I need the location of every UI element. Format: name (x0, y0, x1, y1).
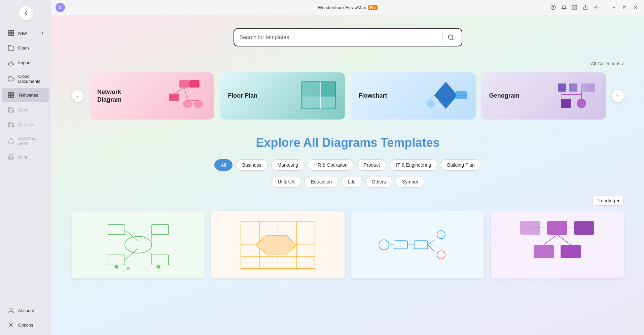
titlebar: U Wondershare EdrawMax Pro − ⊡ (51, 0, 644, 15)
svg-rect-32 (302, 82, 320, 97)
svg-rect-83 (534, 245, 554, 258)
filter-tabs-row1: All Business Marketing HR & Operation Pr… (72, 159, 624, 171)
filter-tab-marketing[interactable]: Marketing (271, 159, 305, 171)
svg-line-41 (431, 95, 434, 100)
svg-rect-42 (558, 83, 566, 92)
sort-select[interactable]: Trending ▾ (592, 196, 624, 206)
carousel-prev-button[interactable]: ‹ (72, 90, 84, 102)
filter-tab-hr[interactable]: HR & Operation (308, 159, 354, 171)
filter-tab-education[interactable]: Education (305, 176, 338, 188)
svg-point-51 (125, 236, 152, 253)
import-icon (7, 59, 15, 66)
apps-button[interactable] (570, 3, 579, 12)
svg-point-74 (437, 231, 445, 239)
svg-line-29 (184, 88, 187, 100)
svg-rect-3 (11, 33, 14, 36)
svg-line-79 (428, 245, 434, 252)
sidebar-item-import[interactable]: Import (2, 56, 49, 70)
svg-line-87 (544, 235, 557, 245)
sidebar-item-templates[interactable]: Templates (2, 88, 49, 102)
svg-rect-34 (302, 97, 335, 109)
filter-tab-others[interactable]: Others (365, 176, 392, 188)
svg-line-28 (174, 88, 184, 94)
sidebar-item-options[interactable]: Options (2, 318, 49, 332)
sidebar-item-open[interactable]: Open (2, 41, 49, 55)
sidebar-item-export[interactable]: Export & Send (2, 132, 49, 149)
sort-row: Trending ▾ (72, 196, 624, 206)
svg-point-20 (596, 7, 597, 8)
template-card-process[interactable] (351, 211, 484, 278)
svg-rect-1 (11, 31, 14, 33)
svg-point-75 (437, 251, 445, 259)
svg-rect-45 (587, 83, 595, 92)
template-card-business[interactable] (491, 211, 624, 278)
sidebar-item-export-label: Export & Send (18, 136, 44, 146)
sidebar-item-import-label: Import (18, 60, 31, 65)
sidebar-item-account[interactable]: Account (2, 303, 49, 317)
filter-tab-building[interactable]: Building Plan (441, 159, 481, 171)
sidebar-item-cloud-label: Cloud Documents (18, 74, 44, 84)
svg-rect-24 (189, 80, 200, 88)
template-carousel: ‹ NetworkDiagram (72, 72, 624, 120)
filter-tabs-row2: UI & UX Education Life Others Symbol (72, 176, 624, 188)
svg-point-71 (379, 240, 389, 250)
maximize-button[interactable]: ⊡ (620, 3, 629, 12)
search-input[interactable] (240, 34, 440, 40)
notification-button[interactable] (559, 3, 569, 12)
titlebar-controls: − ⊡ ✕ (548, 3, 640, 12)
sidebar-item-new[interactable]: New + (2, 26, 49, 40)
filter-tab-life[interactable]: Life (342, 176, 362, 188)
cloud-icon (7, 75, 15, 82)
search-button[interactable] (445, 32, 456, 43)
svg-line-78 (428, 240, 434, 245)
settings-button[interactable] (592, 3, 601, 12)
pro-badge: Pro (368, 5, 378, 10)
sidebar-item-save-as[interactable]: Save As (2, 118, 49, 132)
svg-rect-27 (193, 100, 203, 108)
svg-rect-18 (575, 8, 577, 9)
svg-marker-70 (256, 235, 296, 254)
carousel-card-flowchart[interactable]: Flowchart (351, 72, 476, 120)
filter-tab-ui[interactable]: UI & UX (271, 176, 301, 188)
filter-tab-symbol[interactable]: Symbol (396, 176, 424, 188)
minimize-button[interactable]: − (609, 3, 618, 12)
carousel-card-flowchart-label: Flowchart (359, 92, 387, 100)
share-button[interactable] (581, 3, 590, 12)
help-button[interactable] (548, 3, 558, 12)
sidebar-item-print[interactable]: Print (2, 150, 49, 164)
carousel-card-network[interactable]: NetworkDiagram (89, 72, 214, 120)
sidebar-item-new-label: New (18, 31, 27, 36)
back-button[interactable] (19, 6, 33, 20)
filter-tab-it[interactable]: IT & Engineering (390, 159, 437, 171)
svg-line-22 (452, 39, 453, 40)
svg-rect-0 (9, 31, 11, 33)
filter-tab-product[interactable]: Product (357, 159, 386, 171)
svg-rect-53 (152, 225, 169, 235)
carousel-card-genogram[interactable]: Genogram (481, 72, 606, 120)
template-card-matrix[interactable] (211, 211, 344, 278)
carousel-card-genogram-visual (554, 78, 598, 113)
templates-icon (7, 91, 15, 99)
sidebar-item-save[interactable]: Save (2, 103, 49, 117)
svg-rect-73 (414, 241, 428, 249)
sidebar: New + Open Import Cloud Documents Templa… (0, 0, 51, 335)
filter-tab-all[interactable]: All (214, 159, 232, 171)
carousel-next-button[interactable]: › (612, 90, 624, 102)
carousel-items: NetworkDiagram (89, 72, 606, 120)
sidebar-item-options-label: Options (18, 323, 33, 328)
svg-rect-17 (573, 8, 574, 9)
svg-rect-8 (9, 96, 11, 98)
new-plus-icon: + (41, 30, 44, 36)
svg-rect-5 (9, 93, 11, 95)
all-collections-link[interactable]: All Collections › (72, 60, 624, 67)
svg-marker-37 (434, 82, 458, 109)
svg-rect-25 (169, 94, 179, 101)
filter-tab-business[interactable]: Business (236, 159, 268, 171)
carousel-card-floor[interactable]: Floor Plan (220, 72, 345, 120)
open-icon (7, 44, 15, 52)
template-card-er[interactable] (72, 211, 205, 278)
svg-point-39 (427, 100, 435, 108)
sidebar-item-cloud[interactable]: Cloud Documents (2, 70, 49, 87)
main-area: U Wondershare EdrawMax Pro − ⊡ (51, 0, 644, 335)
close-button[interactable]: ✕ (631, 3, 640, 12)
